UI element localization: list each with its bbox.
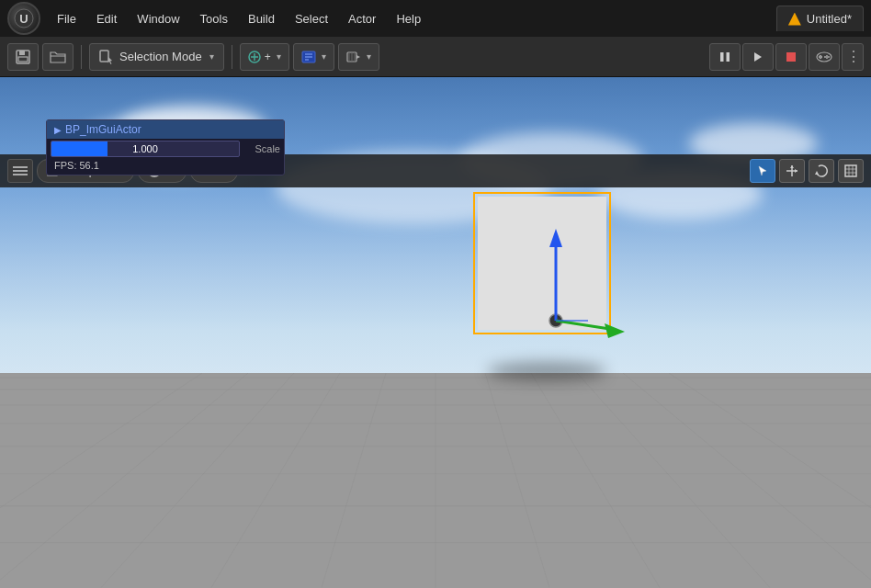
svg-rect-60 <box>845 165 856 176</box>
imgui-scale-row: 1.000 Scale <box>47 139 284 159</box>
add-toolbar-group: + ▾ <box>240 43 289 71</box>
blueprints-toolbar-group: ▾ <box>293 43 334 71</box>
ue-logo: U <box>7 2 40 35</box>
more-options-button[interactable]: ⋮ <box>842 43 864 71</box>
maximize-button[interactable] <box>838 159 864 183</box>
cinematics-toolbar-group: ▾ <box>338 43 379 71</box>
imgui-scale-label: Scale <box>243 143 280 154</box>
menu-item-build[interactable]: Build <box>239 8 284 29</box>
svg-rect-19 <box>727 52 730 62</box>
add-label: + <box>265 51 271 63</box>
svg-marker-57 <box>790 165 794 168</box>
viewport-area: Perspective Lit Show <box>0 77 871 588</box>
svg-marker-67 <box>549 229 562 247</box>
toolbar-separator-2 <box>232 45 232 69</box>
chevron-down-icon: ▾ <box>209 51 214 62</box>
play-controls: ⋮ <box>709 43 864 71</box>
rotate-button[interactable] <box>809 159 834 183</box>
svg-rect-3 <box>19 51 25 55</box>
viewport-menu-button[interactable] <box>7 159 33 183</box>
play-button[interactable] <box>742 43 774 71</box>
svg-rect-5 <box>100 51 108 62</box>
menu-item-edit[interactable]: Edit <box>87 8 126 29</box>
imgui-actor-name: BP_ImGuiActor <box>65 123 141 136</box>
selection-mode-label: Selection Mode <box>119 50 202 63</box>
svg-point-28 <box>826 57 828 59</box>
svg-point-29 <box>824 56 826 58</box>
blueprints-chevron-icon: ▾ <box>322 51 326 62</box>
add-chevron-icon: ▾ <box>277 51 281 62</box>
svg-marker-69 <box>605 323 625 338</box>
svg-marker-20 <box>754 52 762 62</box>
imgui-slider-value: 1.000 <box>51 141 239 156</box>
imgui-slider[interactable]: 1.000 <box>51 141 240 157</box>
menu-item-select[interactable]: Select <box>286 8 337 29</box>
menu-bar: File Edit Window Tools Build Select Acto… <box>48 8 769 29</box>
menu-item-help[interactable]: Help <box>387 8 430 29</box>
svg-marker-14 <box>356 55 360 59</box>
toolbar-separator-1 <box>81 45 82 69</box>
title-bar: U File Edit Window Tools Build Select Ac… <box>0 0 871 37</box>
imgui-collapse-icon: ▶ <box>54 125 62 135</box>
menu-item-actor[interactable]: Actor <box>339 8 385 29</box>
project-tab-icon <box>788 13 801 26</box>
viewport-right-controls <box>750 159 864 183</box>
cinematics-button[interactable]: ▾ <box>339 44 379 70</box>
svg-marker-59 <box>815 171 819 175</box>
main-toolbar: Selection Mode ▾ + ▾ ▾ <box>0 37 871 77</box>
menu-item-window[interactable]: Window <box>128 8 188 29</box>
svg-point-26 <box>826 55 828 57</box>
selection-mode-button[interactable]: Selection Mode ▾ <box>89 43 224 71</box>
svg-rect-21 <box>786 52 796 62</box>
add-button[interactable]: + ▾ <box>241 44 288 70</box>
svg-rect-4 <box>18 57 28 62</box>
open-folder-button[interactable] <box>42 43 74 71</box>
transform-button[interactable] <box>779 159 805 183</box>
svg-marker-58 <box>795 169 797 173</box>
project-tab[interactable]: Untitled* <box>776 6 864 31</box>
imgui-title-bar: ▶ BP_ImGuiActor <box>47 120 284 139</box>
transform-gizmo <box>469 187 634 390</box>
ground <box>0 373 871 588</box>
cinematics-chevron-icon: ▾ <box>367 51 371 62</box>
stop-button[interactable] <box>775 43 807 71</box>
svg-text:U: U <box>19 12 28 26</box>
save-button[interactable] <box>7 43 39 71</box>
svg-point-27 <box>828 56 830 58</box>
imgui-panel: ▶ BP_ImGuiActor 1.000 Scale FPS: 56.1 <box>46 119 285 175</box>
select-mode-vp-button[interactable] <box>750 159 775 183</box>
more-options-icon: ⋮ <box>846 48 860 65</box>
ground-grid <box>0 373 871 588</box>
imgui-fps-display: FPS: 56.1 <box>47 159 284 175</box>
gamepad-button[interactable] <box>809 43 840 71</box>
selected-object-container <box>469 187 634 390</box>
project-tab-name: Untitled* <box>807 12 852 26</box>
blueprints-button[interactable]: ▾ <box>294 44 334 70</box>
pause-button[interactable] <box>709 43 741 71</box>
menu-item-file[interactable]: File <box>48 8 85 29</box>
menu-item-tools[interactable]: Tools <box>191 8 237 29</box>
svg-rect-18 <box>720 52 724 62</box>
